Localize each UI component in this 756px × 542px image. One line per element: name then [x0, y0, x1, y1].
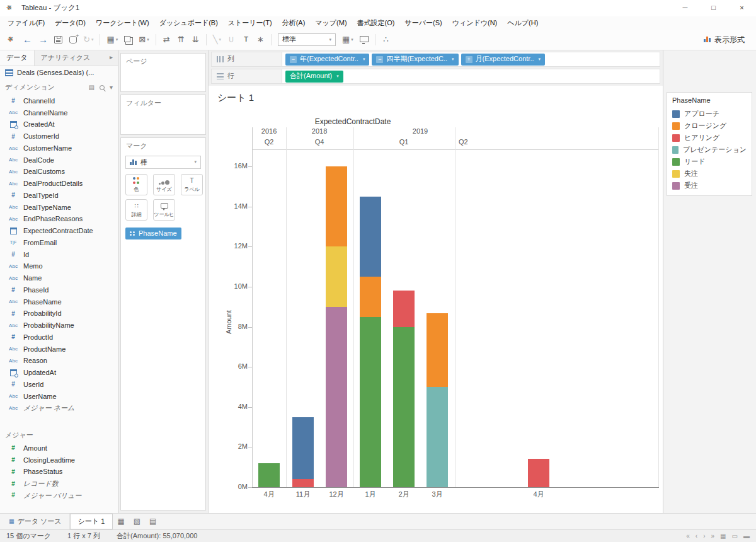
tab-analytics[interactable]: アナリティクス: [35, 50, 97, 66]
refresh-datasource-icon[interactable]: ↻▾: [83, 35, 93, 45]
new-datasource-icon[interactable]: [69, 36, 77, 43]
column-pill-年(ExpectedContr..[interactable]: −年(ExpectedContr..▾: [285, 54, 369, 66]
field-ChannelName[interactable]: AbcChannelName: [0, 107, 118, 119]
legend-item-受注[interactable]: 受注: [667, 180, 752, 192]
show-me-button[interactable]: 表示形式: [699, 34, 750, 45]
bar-segment-失注[interactable]: [326, 246, 347, 306]
share-icon[interactable]: ∴: [382, 35, 390, 45]
legend-item-ヒアリング[interactable]: ヒアリング: [667, 132, 752, 144]
field-ProbabilityName[interactable]: AbcProbabilityName: [0, 320, 118, 332]
mark-tooltip-button[interactable]: ツールヒ: [153, 199, 175, 221]
close-button[interactable]: ×: [728, 0, 756, 16]
undo-icon[interactable]: ←: [23, 34, 32, 45]
field-CreatedAt[interactable]: CreatedAt: [0, 119, 118, 131]
bar-2019-3月[interactable]: [427, 313, 448, 487]
show-cards-icon[interactable]: ▦▾: [342, 35, 353, 45]
field-UserId[interactable]: #UserId: [0, 379, 118, 391]
collapse-pane-icon[interactable]: ▸: [105, 50, 118, 66]
bar-segment-受注[interactable]: [326, 307, 347, 487]
bar-2016-4月[interactable]: [258, 463, 280, 487]
field-Memo[interactable]: AbcMemo: [0, 261, 118, 273]
first-sheet-icon[interactable]: «: [686, 533, 690, 540]
pane-menu-caret-icon[interactable]: ▾: [110, 84, 113, 91]
next-sheet-icon[interactable]: ›: [703, 533, 705, 540]
mark-detail-button[interactable]: ∷詳細: [125, 199, 147, 221]
field-メジャー ネーム[interactable]: Abcメジャー ネーム: [0, 403, 118, 415]
legend-item-プレゼンテーション[interactable]: プレゼンテーション: [667, 144, 752, 156]
field-DealTypeName[interactable]: AbcDealTypeName: [0, 202, 118, 214]
field-ProductName[interactable]: AbcProductName: [0, 343, 118, 355]
bar-segment-ヒアリング[interactable]: [393, 291, 415, 326]
field-DealCode[interactable]: AbcDealCode: [0, 154, 118, 166]
new-worksheet-icon[interactable]: ▦▾: [106, 35, 118, 45]
column-pill-四半期(ExpectedC..[interactable]: −四半期(ExpectedC..▾: [372, 54, 458, 66]
tableau-start-icon[interactable]: +×: [6, 35, 16, 45]
menu-item-ダッシュボード(B)[interactable]: ダッシュボード(B): [154, 19, 223, 27]
field-ClosingLeadtime[interactable]: #ClosingLeadtime: [0, 454, 118, 466]
show-tabs-icon[interactable]: ▬: [743, 533, 750, 540]
save-icon[interactable]: [54, 36, 62, 43]
field-Amount[interactable]: #Amount: [0, 442, 118, 454]
tab-sheet1[interactable]: シート 1: [70, 514, 113, 529]
field-PhaseId[interactable]: #PhaseId: [0, 284, 118, 296]
menu-item-ヘルプ(H)[interactable]: ヘルプ(H): [502, 19, 543, 27]
menu-item-書式設定(O)[interactable]: 書式設定(O): [352, 19, 400, 27]
menu-item-分析(A)[interactable]: 分析(A): [277, 19, 311, 27]
legend-item-リード[interactable]: リード: [667, 156, 752, 168]
row-pill-合計(Amount)[interactable]: 合計(Amount)▾: [285, 71, 343, 83]
field-DealTypeId[interactable]: #DealTypeId: [0, 190, 118, 202]
bar-segment-リード[interactable]: [258, 463, 280, 487]
pages-shelf[interactable]: ページ: [120, 53, 206, 92]
bar-segment-クロージング[interactable]: [326, 166, 347, 246]
field-CustomerId[interactable]: #CustomerId: [0, 130, 118, 142]
show-mark-labels-icon[interactable]: T: [242, 35, 250, 43]
fix-axes-icon[interactable]: ∗: [256, 35, 265, 45]
menu-item-サーバー(S)[interactable]: サーバー(S): [400, 19, 447, 27]
field-CustomerName[interactable]: AbcCustomerName: [0, 142, 118, 154]
bar-2018-12月[interactable]: [326, 166, 347, 487]
field-DealProductDetails[interactable]: AbcDealProductDetails: [0, 178, 118, 190]
menu-item-ワークシート(W)[interactable]: ワークシート(W): [91, 19, 154, 27]
new-dashboard-button[interactable]: ▧: [129, 514, 145, 529]
filmstrip-view-icon[interactable]: ▭: [732, 533, 738, 540]
field-ProductId[interactable]: #ProductId: [0, 332, 118, 343]
tab-data[interactable]: データ: [0, 50, 35, 66]
bar-2018-11月[interactable]: [292, 417, 314, 487]
minimize-button[interactable]: ─: [671, 0, 699, 16]
field-Name[interactable]: AbcName: [0, 272, 118, 284]
field-ExpectedContractDate[interactable]: ExpectedContractDate: [0, 225, 118, 237]
legend-item-失注[interactable]: 失注: [667, 168, 752, 180]
sort-ascending-icon[interactable]: ⇈: [177, 35, 185, 45]
mark-size-button[interactable]: サイズ: [153, 174, 175, 195]
maximize-button[interactable]: □: [699, 0, 728, 16]
tab-data-source[interactable]: ▦ データ ソース: [1, 514, 70, 529]
field-UserName[interactable]: AbcUserName: [0, 391, 118, 403]
marks-pill-PhaseName[interactable]: PhaseName: [125, 228, 181, 239]
field-UpdatedAt[interactable]: UpdatedAt: [0, 367, 118, 379]
column-pill-月(ExpectedContr..[interactable]: +月(ExpectedContr..▾: [461, 54, 545, 66]
field-ProbabilityId[interactable]: #ProbabilityId: [0, 308, 118, 320]
field-DealCustoms[interactable]: AbcDealCustoms: [0, 166, 118, 178]
bar-segment-アプローチ[interactable]: [292, 417, 314, 480]
rows-shelf[interactable]: 合計(Amount)▾: [282, 71, 346, 83]
mark-type-dropdown[interactable]: 棒 ▾: [125, 156, 201, 169]
filters-shelf[interactable]: フィルター: [120, 95, 206, 135]
mark-color-button[interactable]: 色: [125, 174, 147, 195]
bar-segment-リード[interactable]: [393, 327, 415, 488]
sheet-sorter-icon[interactable]: ▦: [720, 533, 726, 540]
field-Reason[interactable]: AbcReason: [0, 355, 118, 367]
datasource-item[interactable]: Deals (Senses.Deals) (...: [0, 66, 118, 80]
menu-item-ストーリー(T)[interactable]: ストーリー(T): [223, 19, 277, 27]
fit-dropdown[interactable]: 標準 ▾: [278, 33, 336, 46]
field-レコード数[interactable]: #レコード数: [0, 478, 118, 490]
legend-item-アプローチ[interactable]: アプローチ: [667, 108, 752, 120]
bar-segment-クロージング[interactable]: [427, 313, 448, 387]
bar-segment-ヒアリング[interactable]: [528, 459, 549, 487]
bar-segment-プレゼンテーション[interactable]: [427, 387, 448, 487]
bar-segment-アプローチ[interactable]: [360, 197, 381, 277]
sort-descending-icon[interactable]: ⇊: [192, 35, 200, 45]
last-sheet-icon[interactable]: »: [711, 533, 715, 540]
clear-sheet-icon[interactable]: ⊠▾: [139, 35, 149, 45]
search-icon[interactable]: [100, 85, 105, 90]
mark-label-button[interactable]: Tラベル: [181, 174, 203, 195]
